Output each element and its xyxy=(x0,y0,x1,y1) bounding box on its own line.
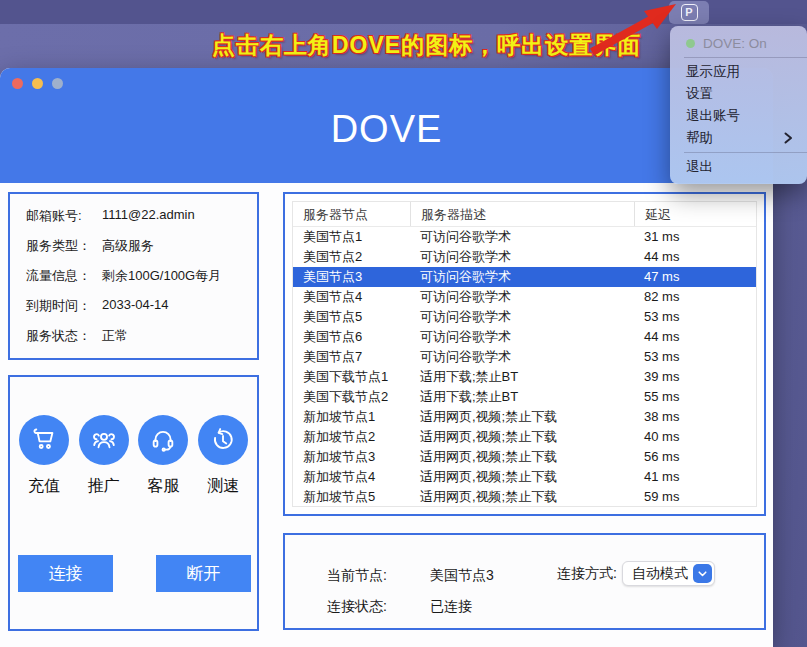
table-cell: 41 ms xyxy=(634,467,756,487)
table-row[interactable]: 美国节点1可访问谷歌学术31 ms xyxy=(293,227,756,247)
menu-separator xyxy=(684,57,807,58)
close-window-button[interactable] xyxy=(12,78,23,89)
table-cell: 可访问谷歌学术 xyxy=(410,347,634,367)
chevron-down-icon xyxy=(693,564,712,583)
table-cell: 39 ms xyxy=(634,367,756,387)
menu-item-quit[interactable]: 退出 xyxy=(670,156,807,178)
app-window: DOVE 邮箱账号:1111@22.admin服务类型：高级服务流量信息：剩余1… xyxy=(0,68,773,647)
table-cell: 44 ms xyxy=(634,247,756,267)
menu-item-show-app[interactable]: 显示应用 xyxy=(670,61,807,83)
table-cell: 美国下载节点1 xyxy=(293,367,410,387)
column-header-description[interactable]: 服务器描述 xyxy=(410,202,634,226)
table-cell: 美国节点1 xyxy=(293,227,410,247)
table-row[interactable]: 新加坡节点3适用网页,视频;禁止下载56 ms xyxy=(293,447,756,467)
zoom-window-button[interactable] xyxy=(52,78,63,89)
table-cell: 适用网页,视频;禁止下载 xyxy=(410,447,634,467)
speedtest-button[interactable]: 测速 xyxy=(198,415,248,497)
table-cell: 美国节点4 xyxy=(293,287,410,307)
table-cell: 适用网页,视频;禁止下载 xyxy=(410,467,634,487)
menu-item-help-label: 帮助 xyxy=(686,129,713,147)
cart-icon xyxy=(19,415,69,465)
tray-menu-status: DOVE: On xyxy=(670,32,807,54)
status-panel: 当前节点: 美国节点3 连接状态: 已连接 连接方式: 自动模式 xyxy=(283,533,766,630)
table-row[interactable]: 美国节点6可访问谷歌学术44 ms xyxy=(293,327,756,347)
table-row[interactable]: 新加坡节点1适用网页,视频;禁止下载38 ms xyxy=(293,407,756,427)
table-cell: 55 ms xyxy=(634,387,756,407)
account-info-value: 高级服务 xyxy=(102,237,154,255)
table-cell: 美国节点3 xyxy=(293,267,410,287)
table-row[interactable]: 新加坡节点4适用网页,视频;禁止下载41 ms xyxy=(293,467,756,487)
account-info-row: 服务状态：正常 xyxy=(18,327,249,345)
annotation-arrow-icon xyxy=(586,2,678,56)
headset-icon xyxy=(138,415,188,465)
table-row[interactable]: 新加坡节点2适用网页,视频;禁止下载40 ms xyxy=(293,427,756,447)
account-info-value: 正常 xyxy=(102,327,128,345)
table-cell: 59 ms xyxy=(634,487,756,507)
menu-item-settings[interactable]: 设置 xyxy=(670,83,807,105)
promote-button[interactable]: 推广 xyxy=(79,415,129,497)
account-info-value: 1111@22.admin xyxy=(102,207,195,225)
recharge-button[interactable]: 充值 xyxy=(19,415,69,497)
minimize-window-button[interactable] xyxy=(32,78,43,89)
server-table: 服务器节点 服务器描述 延迟 美国节点1可访问谷歌学术31 ms美国节点2可访问… xyxy=(292,201,757,507)
table-cell: 适用网页,视频;禁止下载 xyxy=(410,427,634,447)
table-cell: 适用下载;禁止BT xyxy=(410,387,634,407)
table-cell: 新加坡节点3 xyxy=(293,447,410,467)
support-button[interactable]: 客服 xyxy=(138,415,188,497)
table-cell: 53 ms xyxy=(634,307,756,327)
table-row[interactable]: 新加坡节点5适用网页,视频;禁止下载59 ms xyxy=(293,487,756,507)
table-row[interactable]: 美国节点2可访问谷歌学术44 ms xyxy=(293,247,756,267)
menu-item-help[interactable]: 帮助 xyxy=(670,127,807,149)
table-row[interactable]: 美国下载节点1适用下载;禁止BT39 ms xyxy=(293,367,756,387)
table-row[interactable]: 美国节点5可访问谷歌学术53 ms xyxy=(293,307,756,327)
annotation-text: 点击右上角DOVE的图标，呼出设置界面 xyxy=(212,30,641,61)
account-info-label: 流量信息： xyxy=(26,267,96,285)
status-dot-icon xyxy=(686,39,695,48)
disconnect-button[interactable]: 断开 xyxy=(156,555,251,592)
table-cell: 新加坡节点1 xyxy=(293,407,410,427)
account-info-row: 到期时间：2033-04-14 xyxy=(18,297,249,315)
menubar: P xyxy=(0,0,807,24)
table-row[interactable]: 美国下载节点2适用下载;禁止BT55 ms xyxy=(293,387,756,407)
account-info-row: 邮箱账号:1111@22.admin xyxy=(18,207,249,225)
connection-buttons: 连接 断开 xyxy=(18,555,251,592)
table-cell: 美国下载节点2 xyxy=(293,387,410,407)
shortcut-row: 充值 推广 xyxy=(14,415,253,497)
table-cell: 美国节点6 xyxy=(293,327,410,347)
shortcut-label: 推广 xyxy=(88,476,120,497)
window-titlebar: DOVE xyxy=(0,68,773,183)
table-cell: 38 ms xyxy=(634,407,756,427)
people-icon xyxy=(79,415,129,465)
table-cell: 新加坡节点4 xyxy=(293,467,410,487)
connection-mode-label: 连接方式: xyxy=(557,565,617,583)
table-cell: 可访问谷歌学术 xyxy=(410,327,634,347)
connection-mode-select[interactable]: 自动模式 xyxy=(622,561,715,586)
account-info-label: 服务类型： xyxy=(26,237,96,255)
speedtest-icon xyxy=(198,415,248,465)
menu-item-logout[interactable]: 退出账号 xyxy=(670,105,807,127)
connect-button[interactable]: 连接 xyxy=(18,555,113,592)
column-header-latency[interactable]: 延迟 xyxy=(634,202,756,226)
tray-status-label: DOVE: On xyxy=(703,36,767,51)
table-cell: 53 ms xyxy=(634,347,756,367)
table-cell: 31 ms xyxy=(634,227,756,247)
table-row[interactable]: 美国节点7可访问谷歌学术53 ms xyxy=(293,347,756,367)
table-row[interactable]: 美国节点4可访问谷歌学术82 ms xyxy=(293,287,756,307)
table-cell: 适用网页,视频;禁止下载 xyxy=(410,407,634,427)
account-info-label: 邮箱账号: xyxy=(26,207,96,225)
table-cell: 47 ms xyxy=(634,267,756,287)
table-cell: 适用下载;禁止BT xyxy=(410,367,634,387)
server-table-panel: 服务器节点 服务器描述 延迟 美国节点1可访问谷歌学术31 ms美国节点2可访问… xyxy=(283,192,766,516)
current-node-value: 美国节点3 xyxy=(430,567,494,585)
table-cell: 可访问谷歌学术 xyxy=(410,267,634,287)
desktop: P 点击右上角DOVE的图标，呼出设置界面 DOVE 邮箱账号:1111@22.… xyxy=(0,0,807,647)
table-row[interactable]: 美国节点3可访问谷歌学术47 ms xyxy=(293,267,756,287)
connection-state-value: 已连接 xyxy=(430,598,472,616)
server-table-body: 美国节点1可访问谷歌学术31 ms美国节点2可访问谷歌学术44 ms美国节点3可… xyxy=(293,227,756,507)
tray-menu: DOVE: On 显示应用 设置 退出账号 帮助 退出 xyxy=(670,26,807,184)
column-header-node[interactable]: 服务器节点 xyxy=(293,202,410,226)
table-cell: 适用网页,视频;禁止下载 xyxy=(410,487,634,507)
actions-panel: 充值 推广 xyxy=(8,375,259,631)
current-node-label: 当前节点: xyxy=(327,567,387,585)
shortcut-label: 客服 xyxy=(147,476,179,497)
